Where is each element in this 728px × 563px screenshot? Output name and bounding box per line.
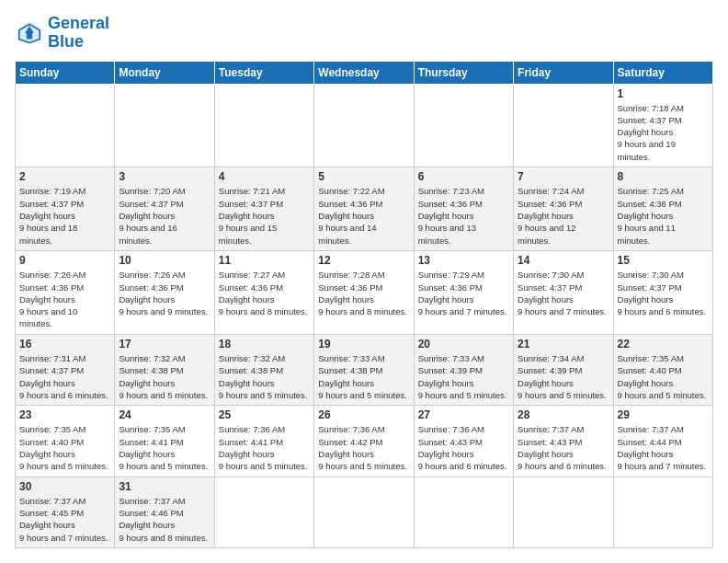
calendar-table: SundayMondayTuesdayWednesdayThursdayFrid… bbox=[15, 61, 713, 548]
day-number: 2 bbox=[19, 170, 110, 183]
calendar-cell: 11 Sunrise: 7:27 AM Sunset: 4:36 PM Dayl… bbox=[214, 251, 313, 335]
calendar-header-sunday: Sunday bbox=[16, 61, 115, 84]
day-info: Sunrise: 7:37 AM Sunset: 4:44 PM Dayligh… bbox=[618, 423, 709, 472]
day-number: 14 bbox=[518, 254, 609, 267]
day-info: Sunrise: 7:23 AM Sunset: 4:36 PM Dayligh… bbox=[418, 185, 509, 246]
calendar-cell: 3 Sunrise: 7:20 AM Sunset: 4:37 PM Dayli… bbox=[115, 167, 214, 251]
calendar-cell: 17 Sunrise: 7:32 AM Sunset: 4:38 PM Dayl… bbox=[115, 335, 214, 406]
day-number: 26 bbox=[318, 408, 409, 421]
calendar-cell: 2 Sunrise: 7:19 AM Sunset: 4:37 PM Dayli… bbox=[16, 167, 115, 251]
day-info: Sunrise: 7:19 AM Sunset: 4:37 PM Dayligh… bbox=[19, 185, 110, 246]
calendar-cell: 22 Sunrise: 7:35 AM Sunset: 4:40 PM Dayl… bbox=[613, 335, 712, 406]
calendar-body: 1 Sunrise: 7:18 AM Sunset: 4:37 PM Dayli… bbox=[16, 84, 713, 547]
calendar-cell bbox=[414, 84, 513, 167]
calendar-cell: 15 Sunrise: 7:30 AM Sunset: 4:37 PM Dayl… bbox=[613, 251, 712, 335]
day-info: Sunrise: 7:37 AM Sunset: 4:45 PM Dayligh… bbox=[19, 495, 110, 544]
calendar-cell: 10 Sunrise: 7:26 AM Sunset: 4:36 PM Dayl… bbox=[115, 251, 214, 335]
calendar-cell: 23 Sunrise: 7:35 AM Sunset: 4:40 PM Dayl… bbox=[16, 406, 115, 477]
calendar-cell: 29 Sunrise: 7:37 AM Sunset: 4:44 PM Dayl… bbox=[613, 406, 712, 477]
day-info: Sunrise: 7:36 AM Sunset: 4:43 PM Dayligh… bbox=[418, 423, 509, 472]
calendar-cell: 16 Sunrise: 7:31 AM Sunset: 4:37 PM Dayl… bbox=[16, 335, 115, 406]
calendar-cell: 28 Sunrise: 7:37 AM Sunset: 4:43 PM Dayl… bbox=[514, 406, 613, 477]
day-info: Sunrise: 7:20 AM Sunset: 4:37 PM Dayligh… bbox=[119, 185, 210, 246]
day-number: 31 bbox=[119, 480, 210, 493]
day-info: Sunrise: 7:35 AM Sunset: 4:40 PM Dayligh… bbox=[618, 352, 709, 401]
day-number: 11 bbox=[219, 254, 310, 267]
day-number: 10 bbox=[119, 254, 210, 267]
calendar-cell: 21 Sunrise: 7:34 AM Sunset: 4:39 PM Dayl… bbox=[514, 335, 613, 406]
day-info: Sunrise: 7:30 AM Sunset: 4:37 PM Dayligh… bbox=[518, 269, 609, 317]
day-number: 21 bbox=[518, 338, 609, 350]
calendar-cell: 7 Sunrise: 7:24 AM Sunset: 4:36 PM Dayli… bbox=[514, 167, 613, 251]
day-number: 23 bbox=[19, 408, 110, 421]
day-number: 25 bbox=[219, 408, 310, 421]
day-number: 19 bbox=[318, 338, 409, 350]
calendar-cell: 12 Sunrise: 7:28 AM Sunset: 4:36 PM Dayl… bbox=[314, 251, 414, 335]
calendar-cell: 30 Sunrise: 7:37 AM Sunset: 4:45 PM Dayl… bbox=[16, 477, 115, 547]
logo: General Blue bbox=[15, 15, 109, 52]
day-number: 13 bbox=[418, 254, 509, 267]
day-info: Sunrise: 7:28 AM Sunset: 4:36 PM Dayligh… bbox=[318, 269, 409, 317]
day-number: 9 bbox=[19, 254, 110, 267]
day-number: 12 bbox=[318, 254, 409, 267]
day-info: Sunrise: 7:24 AM Sunset: 4:36 PM Dayligh… bbox=[518, 185, 609, 246]
day-info: Sunrise: 7:26 AM Sunset: 4:36 PM Dayligh… bbox=[19, 269, 110, 329]
calendar-cell: 31 Sunrise: 7:37 AM Sunset: 4:46 PM Dayl… bbox=[115, 477, 214, 547]
logo-icon bbox=[15, 18, 44, 48]
calendar-cell: 14 Sunrise: 7:30 AM Sunset: 4:37 PM Dayl… bbox=[514, 251, 613, 335]
day-number: 5 bbox=[318, 170, 409, 183]
day-info: Sunrise: 7:36 AM Sunset: 4:41 PM Dayligh… bbox=[219, 423, 310, 472]
day-info: Sunrise: 7:31 AM Sunset: 4:37 PM Dayligh… bbox=[19, 352, 110, 401]
calendar-header-tuesday: Tuesday bbox=[214, 61, 313, 84]
calendar-cell bbox=[115, 84, 214, 167]
calendar-header-saturday: Saturday bbox=[613, 61, 712, 84]
day-number: 7 bbox=[518, 170, 609, 183]
day-info: Sunrise: 7:21 AM Sunset: 4:37 PM Dayligh… bbox=[219, 185, 310, 246]
day-info: Sunrise: 7:27 AM Sunset: 4:36 PM Dayligh… bbox=[219, 269, 310, 317]
calendar-cell: 4 Sunrise: 7:21 AM Sunset: 4:37 PM Dayli… bbox=[214, 167, 313, 251]
calendar-cell: 25 Sunrise: 7:36 AM Sunset: 4:41 PM Dayl… bbox=[214, 406, 313, 477]
day-number: 27 bbox=[418, 408, 509, 421]
calendar-cell bbox=[514, 477, 613, 547]
day-info: Sunrise: 7:36 AM Sunset: 4:42 PM Dayligh… bbox=[318, 423, 409, 472]
day-number: 3 bbox=[119, 170, 210, 183]
calendar-header-row: SundayMondayTuesdayWednesdayThursdayFrid… bbox=[16, 61, 713, 84]
calendar-week-row: 9 Sunrise: 7:26 AM Sunset: 4:36 PM Dayli… bbox=[16, 251, 713, 335]
logo-text: General Blue bbox=[48, 15, 109, 52]
day-number: 24 bbox=[119, 408, 210, 421]
day-info: Sunrise: 7:35 AM Sunset: 4:41 PM Dayligh… bbox=[119, 423, 210, 472]
calendar-cell: 18 Sunrise: 7:32 AM Sunset: 4:38 PM Dayl… bbox=[214, 335, 313, 406]
day-number: 8 bbox=[618, 170, 709, 183]
day-info: Sunrise: 7:33 AM Sunset: 4:39 PM Dayligh… bbox=[418, 352, 509, 401]
day-info: Sunrise: 7:18 AM Sunset: 4:37 PM Dayligh… bbox=[618, 102, 709, 163]
day-info: Sunrise: 7:22 AM Sunset: 4:36 PM Dayligh… bbox=[318, 185, 409, 246]
calendar-week-row: 16 Sunrise: 7:31 AM Sunset: 4:37 PM Dayl… bbox=[16, 335, 713, 406]
day-info: Sunrise: 7:25 AM Sunset: 4:36 PM Dayligh… bbox=[618, 185, 709, 246]
day-number: 1 bbox=[618, 87, 709, 100]
calendar-cell bbox=[314, 477, 414, 547]
calendar-cell: 6 Sunrise: 7:23 AM Sunset: 4:36 PM Dayli… bbox=[414, 167, 513, 251]
day-info: Sunrise: 7:26 AM Sunset: 4:36 PM Dayligh… bbox=[119, 269, 210, 317]
day-number: 20 bbox=[418, 338, 509, 350]
day-number: 22 bbox=[618, 338, 709, 350]
day-number: 15 bbox=[618, 254, 709, 267]
day-number: 29 bbox=[618, 408, 709, 421]
day-number: 18 bbox=[219, 338, 310, 350]
day-number: 28 bbox=[518, 408, 609, 421]
calendar-cell bbox=[613, 477, 712, 547]
calendar-cell bbox=[314, 84, 414, 167]
calendar-header-wednesday: Wednesday bbox=[314, 61, 414, 84]
calendar-cell: 27 Sunrise: 7:36 AM Sunset: 4:43 PM Dayl… bbox=[414, 406, 513, 477]
day-info: Sunrise: 7:29 AM Sunset: 4:36 PM Dayligh… bbox=[418, 269, 509, 317]
day-info: Sunrise: 7:35 AM Sunset: 4:40 PM Dayligh… bbox=[19, 423, 110, 472]
day-number: 30 bbox=[19, 480, 110, 493]
calendar-cell: 20 Sunrise: 7:33 AM Sunset: 4:39 PM Dayl… bbox=[414, 335, 513, 406]
day-info: Sunrise: 7:34 AM Sunset: 4:39 PM Dayligh… bbox=[518, 352, 609, 401]
calendar-cell bbox=[16, 84, 115, 167]
day-number: 16 bbox=[19, 338, 110, 350]
svg-rect-2 bbox=[27, 33, 32, 39]
day-number: 6 bbox=[418, 170, 509, 183]
calendar-header-thursday: Thursday bbox=[414, 61, 513, 84]
header: General Blue bbox=[15, 15, 713, 52]
day-info: Sunrise: 7:32 AM Sunset: 4:38 PM Dayligh… bbox=[219, 352, 310, 401]
